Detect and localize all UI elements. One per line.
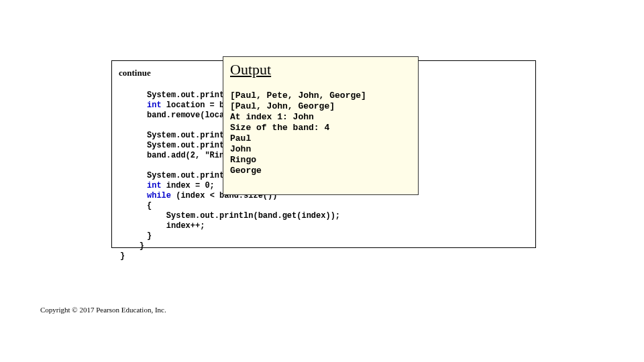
output-box: Output [Paul, Pete, John, George] [Paul,… [223,56,419,195]
output-title: Output [230,61,411,78]
continue-label: continue [119,68,151,78]
output-body: [Paul, Pete, John, George] [Paul, John, … [230,90,411,176]
copyright-text: Copyright © 2017 Pearson Education, Inc. [40,306,166,314]
